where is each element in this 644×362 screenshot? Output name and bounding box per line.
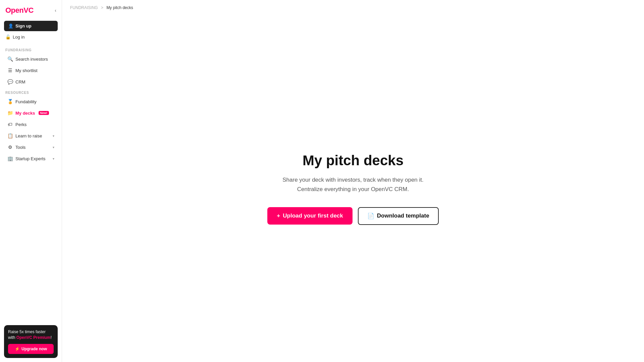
logo-area: OpenVC ‹ [0, 0, 62, 18]
lightning-icon: ⚡ [15, 347, 20, 351]
new-badge: New! [39, 111, 49, 115]
sidebar-item-crm[interactable]: 💬 CRM [2, 76, 60, 87]
login-label: Log in [13, 35, 24, 40]
breadcrumb: FUNDRAISING > My pitch decks [62, 0, 644, 15]
upgrade-text: Raise 5x times faster with OpenVC Premiu… [8, 329, 54, 341]
perks-label: Perks [15, 122, 26, 127]
upgrade-button-label: Upgrade now [21, 347, 47, 351]
signup-label: Sign up [15, 23, 32, 28]
download-template-button[interactable]: 📄 Download template [358, 207, 439, 225]
crm-icon: 💬 [7, 79, 13, 84]
logo-black: Open [5, 6, 23, 14]
subtitle-line1: Share your deck with investors, track wh… [282, 177, 423, 183]
auth-area: 👤 Sign up 🔓 Log in [0, 18, 62, 45]
my-shortlist-label: My shortlist [15, 68, 38, 73]
my-decks-icon: 📁 [7, 110, 13, 116]
sidebar-item-fundability[interactable]: 🏅 Fundability [2, 96, 60, 107]
learn-to-raise-label: Learn to raise [15, 133, 42, 138]
chevron-down-icon: ▾ [53, 134, 54, 138]
sidebar-item-tools[interactable]: ⚙ Tools ▾ [2, 142, 60, 153]
subtitle-line2: Centralize everything in your OpenVC CRM… [297, 186, 409, 192]
tools-icon: ⚙ [7, 144, 13, 150]
sign-up-button[interactable]: 👤 Sign up [4, 21, 58, 31]
fundability-icon: 🏅 [7, 99, 13, 104]
startup-experts-icon: 🏢 [7, 156, 13, 161]
chevron-down-icon: ▾ [53, 145, 54, 149]
sidebar-item-learn-to-raise[interactable]: 📋 Learn to raise ▾ [2, 130, 60, 141]
plus-icon: + [277, 213, 280, 219]
user-icon: 👤 [8, 23, 13, 28]
fundraising-section-label: Fundraising [0, 45, 62, 53]
main-content: My pitch decks Share your deck with inve… [62, 15, 644, 362]
sidebar-item-perks[interactable]: 🏷 Perks [2, 119, 60, 130]
download-button-label: Download template [377, 213, 429, 219]
learn-icon: 📋 [7, 133, 13, 138]
search-icon: 🔍 [7, 56, 13, 62]
breadcrumb-separator: > [101, 5, 103, 10]
chevron-down-icon: ▾ [53, 157, 54, 161]
log-in-button[interactable]: 🔓 Log in [4, 33, 58, 41]
shortlist-icon: ☰ [7, 68, 13, 73]
sidebar-bottom: Raise 5x times faster with OpenVC Premiu… [0, 321, 62, 362]
breadcrumb-current: My pitch decks [106, 5, 133, 10]
action-buttons: + Upload your first deck 📄 Download temp… [267, 207, 438, 225]
login-icon: 🔓 [5, 35, 11, 40]
collapse-sidebar-button[interactable]: ‹ [55, 8, 56, 13]
sidebar-item-my-shortlist[interactable]: ☰ My shortlist [2, 65, 60, 76]
upload-button-label: Upload your first deck [283, 213, 343, 219]
search-investors-label: Search investors [15, 57, 48, 62]
my-decks-label: My decks [15, 111, 35, 116]
sidebar-item-search-investors[interactable]: 🔍 Search investors [2, 54, 60, 64]
main-area: FUNDRAISING > My pitch decks My pitch de… [62, 0, 644, 362]
resources-section-label: Resources [0, 87, 62, 96]
upgrade-card: Raise 5x times faster with OpenVC Premiu… [4, 325, 58, 358]
collapse-icon: ‹ [55, 8, 56, 13]
file-icon: 📄 [367, 213, 374, 220]
sidebar-item-startup-experts[interactable]: 🏢 Startup Experts ▾ [2, 153, 60, 164]
upgrade-now-button[interactable]: ⚡ Upgrade now [8, 344, 54, 354]
breadcrumb-parent[interactable]: FUNDRAISING [70, 5, 98, 10]
page-title: My pitch decks [303, 153, 404, 169]
tools-label: Tools [15, 145, 25, 150]
brand-logo: OpenVC [5, 6, 34, 15]
sidebar: OpenVC ‹ 👤 Sign up 🔓 Log in Fundraising … [0, 0, 62, 362]
sidebar-item-my-decks[interactable]: 📁 My decks New! [2, 108, 60, 118]
startup-experts-label: Startup Experts [15, 156, 46, 161]
crm-label: CRM [15, 79, 25, 84]
page-subtitle: Share your deck with investors, track wh… [282, 175, 423, 193]
upload-deck-button[interactable]: + Upload your first deck [267, 207, 352, 225]
logo-pink: VC [23, 6, 34, 14]
perks-icon: 🏷 [7, 122, 13, 127]
fundability-label: Fundability [15, 99, 37, 104]
